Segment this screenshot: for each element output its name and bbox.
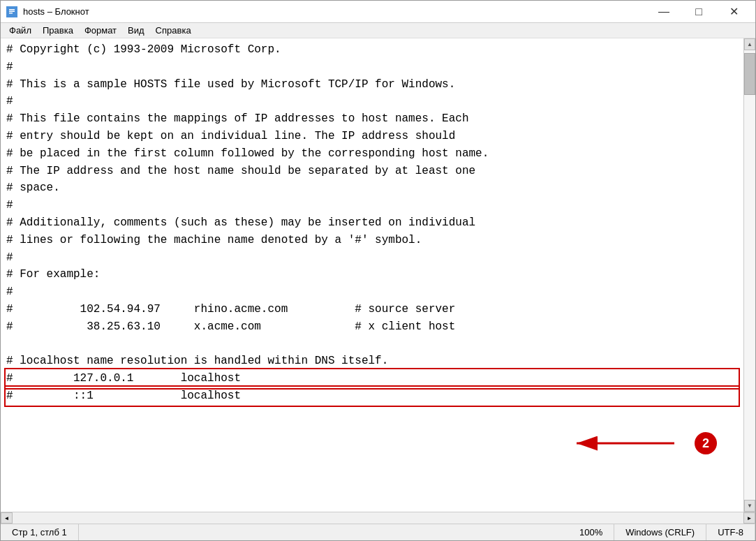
svg-rect-1 <box>9 9 15 10</box>
text-line: # Copyright (c) 1993-2009 Microsoft Corp… <box>6 41 738 59</box>
highlighted-line: # ::1 localhost <box>6 387 738 405</box>
text-line: # <box>6 197 738 214</box>
text-line: # <box>6 249 738 267</box>
text-line: # lines or following the machine name de… <box>6 232 738 249</box>
scroll-left-button[interactable]: ◄ <box>1 512 13 524</box>
menu-edit[interactable]: Правка <box>37 24 79 37</box>
notepad-window: hosts – Блокнот — □ ✕ Файл Правка Формат… <box>0 0 756 541</box>
cursor-position: Стр 1, стлб 1 <box>1 524 79 540</box>
editor-row: # Copyright (c) 1993-2009 Microsoft Corp… <box>1 38 755 512</box>
vertical-scrollbar[interactable]: ▲ ▼ <box>743 38 755 512</box>
text-line: # The IP address and the host name shoul… <box>6 163 738 180</box>
text-line: # be placed in the first column followed… <box>6 145 738 163</box>
text-line: # localhost name resolution is handled w… <box>6 353 738 370</box>
scroll-up-button[interactable]: ▲ <box>744 38 755 50</box>
menu-view[interactable]: Вид <box>122 24 150 37</box>
text-line: # 102.54.94.97 rhino.acme.com # source s… <box>6 301 738 318</box>
text-line: # <box>6 283 738 301</box>
notepad-icon <box>6 6 17 17</box>
encoding: UTF-8 <box>706 524 755 540</box>
text-line: # Additionally, comments (such as these)… <box>6 214 738 232</box>
svg-rect-3 <box>9 13 13 14</box>
maximize-button[interactable]: □ <box>683 1 715 22</box>
title-bar: hosts – Блокнот — □ ✕ <box>1 1 755 23</box>
text-line: # For example: <box>6 266 738 283</box>
menu-help[interactable]: Справка <box>150 24 197 37</box>
horizontal-scrollbar[interactable]: ◄ ► <box>1 512 755 524</box>
text-line: # 38.25.63.10 x.acme.com # x client host <box>6 318 738 336</box>
menu-format[interactable]: Формат <box>79 24 122 37</box>
line-ending: Windows (CRLF) <box>614 524 706 540</box>
status-bar: Стр 1, стлб 1 100% Windows (CRLF) UTF-8 <box>1 524 755 540</box>
menu-file[interactable]: Файл <box>3 24 37 37</box>
title-bar-left: hosts – Блокнот <box>6 6 89 17</box>
text-line: ​ <box>6 336 738 353</box>
text-line: # space. <box>6 179 738 197</box>
text-line: # entry should be kept on an individual … <box>6 128 738 145</box>
text-line: # <box>6 93 738 110</box>
minimize-button[interactable]: — <box>648 1 680 22</box>
text-line: # <box>6 59 738 76</box>
text-editor[interactable]: # Copyright (c) 1993-2009 Microsoft Corp… <box>1 38 743 512</box>
zoom-level: 100% <box>568 524 614 540</box>
text-line: # This file contains the mappings of IP … <box>6 110 738 128</box>
svg-rect-2 <box>9 10 15 12</box>
window-title: hosts – Блокнот <box>23 6 89 17</box>
editor-wrapper: # Copyright (c) 1993-2009 Microsoft Corp… <box>1 38 755 524</box>
highlighted-line: # 127.0.0.1 localhost <box>6 370 738 387</box>
scroll-track[interactable] <box>744 50 755 500</box>
window-controls: — □ ✕ <box>648 1 750 22</box>
scroll-thumb[interactable] <box>744 53 755 95</box>
text-line: # This is a sample HOSTS file used by Mi… <box>6 76 738 94</box>
menu-bar: Файл Правка Формат Вид Справка <box>1 23 755 38</box>
scroll-down-button[interactable]: ▼ <box>744 500 755 512</box>
scroll-right-button[interactable]: ► <box>743 512 755 524</box>
close-button[interactable]: ✕ <box>718 1 750 22</box>
